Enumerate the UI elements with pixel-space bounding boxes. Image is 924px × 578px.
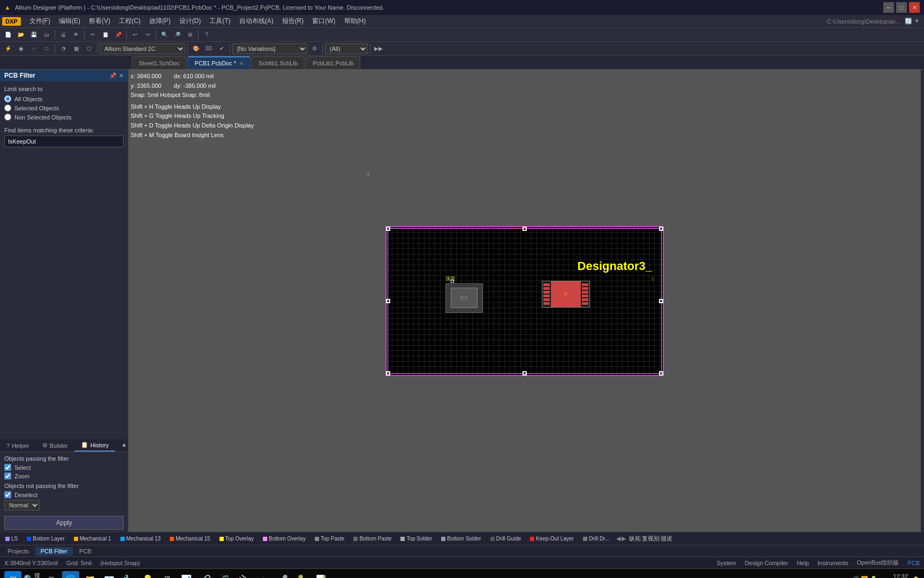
menu-help[interactable]: 帮助(H) xyxy=(340,16,370,27)
layer-select[interactable]: (All) xyxy=(325,43,368,54)
new-btn[interactable]: 📄 xyxy=(2,29,14,41)
app8-button[interactable]: 🎤 xyxy=(274,571,291,579)
zoom-fit-btn[interactable]: ⊞ xyxy=(184,29,196,41)
save-all-btn[interactable]: 🗂 xyxy=(41,29,52,41)
minimize-button[interactable]: ─ xyxy=(883,2,894,13)
layer-bottom-paste[interactable]: Bottom Paste xyxy=(349,534,396,544)
save-btn[interactable]: 💾 xyxy=(28,29,40,41)
deselect-checkbox-item[interactable]: Deselect xyxy=(4,491,124,498)
layer-mech1[interactable]: Mechanical 1 xyxy=(70,534,116,544)
route-btn[interactable]: ⚡ xyxy=(2,43,14,55)
panel-close-icon[interactable]: ✕ xyxy=(119,72,124,79)
variations-dropdown[interactable]: [No Variations] xyxy=(232,43,307,54)
normal-dropdown[interactable]: Normal xyxy=(4,500,40,511)
menu-project[interactable]: 工程(C) xyxy=(115,16,145,27)
help-btn[interactable]: ? xyxy=(201,29,213,41)
tab-pcblib1[interactable]: PcbLib1.PcbLib xyxy=(306,56,360,69)
layer-bottom[interactable]: Bottom Layer xyxy=(22,534,69,544)
handle-top-left[interactable] xyxy=(386,227,390,231)
pcb-board[interactable]: 顶层 黑茨 xyxy=(385,226,664,376)
dxp-logo[interactable]: DXP xyxy=(2,17,21,26)
app2-button[interactable]: 💡 xyxy=(139,571,156,579)
component1[interactable]: 顶层 黑茨 xyxy=(445,275,488,318)
layer-color-btn[interactable]: 🎨 xyxy=(190,43,202,55)
cut-btn[interactable]: ✂ xyxy=(87,29,99,41)
status-instruments[interactable]: Instruments xyxy=(817,560,848,566)
status-pcb[interactable]: PCB xyxy=(907,560,920,566)
search-button[interactable]: 🔍 搜索 xyxy=(24,571,41,579)
app3-button[interactable]: 🖥 xyxy=(158,571,176,579)
standard-dropdown[interactable]: Altium Standard 2C xyxy=(100,43,185,54)
via-btn[interactable]: ○ xyxy=(28,43,40,55)
app5-button[interactable]: 🔗 xyxy=(197,571,214,579)
tab-schlib1[interactable]: Schlib1.SchLib xyxy=(252,56,305,69)
layer-keepout[interactable]: Keep-Out Layer xyxy=(526,534,578,544)
app4-button[interactable]: 📊 xyxy=(178,571,195,579)
pad-btn[interactable]: □ xyxy=(41,43,52,55)
radio-all-objects-input[interactable] xyxy=(4,95,11,102)
status-system[interactable]: System xyxy=(716,560,736,566)
zoom-checkbox[interactable] xyxy=(4,472,11,479)
zoom-in-btn[interactable]: 🔍 xyxy=(158,29,170,41)
menu-window[interactable]: 窗口(W) xyxy=(308,16,339,27)
app9-button[interactable]: 🐍 xyxy=(293,571,310,579)
zoom-out-btn[interactable]: 🔎 xyxy=(171,29,183,41)
menu-report[interactable]: 报告(R) xyxy=(278,16,308,27)
3d-btn[interactable]: 3D xyxy=(203,43,215,55)
edge-button[interactable]: 🌐 xyxy=(62,571,79,579)
layer-mech15[interactable]: Mechanical 15 xyxy=(165,534,214,544)
tab-pcb1[interactable]: PCB1.PcbDoc * ✕ xyxy=(187,56,251,69)
layer-top-paste[interactable]: Top Paste xyxy=(310,534,349,544)
fill-btn[interactable]: ▦ xyxy=(70,43,82,55)
layer-ls[interactable]: LS xyxy=(1,534,22,544)
layer-nav-right[interactable]: ▶ xyxy=(622,535,626,542)
layer-top-solder[interactable]: Top Solder xyxy=(396,534,436,544)
handle-mid-right[interactable] xyxy=(659,299,663,303)
comp1-handle-tl[interactable] xyxy=(451,280,454,283)
layer-drill-dr[interactable]: Drill Dr... xyxy=(579,534,614,544)
menu-file[interactable]: 文件(F) xyxy=(25,16,55,27)
print-btn[interactable]: 🖨 xyxy=(57,29,69,41)
place-btn[interactable]: ◉ xyxy=(15,43,27,55)
tab-builder[interactable]: ⚙ Builder xyxy=(36,439,74,452)
layer-mech13[interactable]: Mechanical 13 xyxy=(116,534,165,544)
radio-all-objects[interactable]: All Objects xyxy=(4,95,124,102)
proj-tab-pcb-filter[interactable]: PCB Filter xyxy=(35,547,73,556)
layer-top-overlay[interactable]: Top Overlay xyxy=(215,534,258,544)
maximize-button[interactable]: □ xyxy=(896,2,907,13)
zoom-checkbox-item[interactable]: Zoom xyxy=(4,472,124,479)
proj-tab-projects[interactable]: Projects xyxy=(2,547,34,556)
tab-helper[interactable]: ? Helper xyxy=(0,439,36,452)
menu-design[interactable]: 设计(D) xyxy=(175,16,206,27)
pcb-canvas[interactable]: x: 3840.000 dx: 610.000 mil y: 3365.000 … xyxy=(128,70,921,532)
redo-btn[interactable]: ↪ xyxy=(142,29,154,41)
status-compiler[interactable]: Design Compiler xyxy=(745,560,788,566)
task-view-button[interactable]: ⧉ xyxy=(43,571,60,579)
menu-view[interactable]: 察看(V) xyxy=(85,16,115,27)
radio-non-selected-objects-input[interactable] xyxy=(4,114,11,121)
notification-icon[interactable]: 🔔 xyxy=(912,576,920,578)
proj-tab-pcb[interactable]: PCB xyxy=(74,547,97,556)
altium-button[interactable]: ▲ xyxy=(255,571,272,579)
handle-bottom-right[interactable] xyxy=(659,371,663,376)
layer-nav-left[interactable]: ◀ xyxy=(616,535,620,542)
handle-top-right[interactable] xyxy=(659,227,663,231)
component2[interactable]: IC xyxy=(542,281,595,324)
close-button[interactable]: ✕ xyxy=(909,2,920,13)
app1-button[interactable]: 🔧 xyxy=(120,571,137,579)
tab-history[interactable]: 📋 History xyxy=(74,439,115,452)
app6-button[interactable]: 🎵 xyxy=(216,571,233,579)
status-help[interactable]: Help xyxy=(797,560,809,566)
panel-pin-icon[interactable]: 📌 xyxy=(109,72,117,79)
apply-button[interactable]: Apply xyxy=(4,516,124,530)
poly-btn[interactable]: ⬡ xyxy=(83,43,95,55)
undo-btn[interactable]: ↩ xyxy=(129,29,141,41)
radio-selected-objects-input[interactable] xyxy=(4,104,11,111)
arc-btn[interactable]: ◔ xyxy=(57,43,69,55)
menu-edit[interactable]: 编辑(E) xyxy=(55,16,85,27)
variation-settings-btn[interactable]: ⚙ xyxy=(308,43,320,55)
paste-btn[interactable]: 📌 xyxy=(112,29,124,41)
copy-btn[interactable]: 📋 xyxy=(100,29,111,41)
mail-button[interactable]: 📧 xyxy=(101,571,118,579)
select-checkbox[interactable] xyxy=(4,464,11,471)
